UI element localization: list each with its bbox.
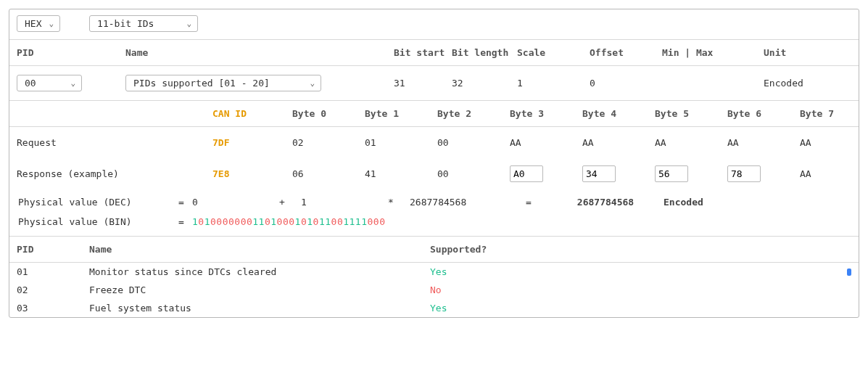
response-byte-2: 00 xyxy=(437,168,510,179)
physical-dec-result: 2687784568 xyxy=(547,197,664,208)
physical-bin-label: Physical value (BIN) xyxy=(18,216,170,227)
response-byte-5-input[interactable] xyxy=(655,165,688,182)
col-byte-1: Byte 1 xyxy=(365,108,437,119)
chevron-down-icon: ⌄ xyxy=(310,78,315,88)
physical-dec-raw: 2687784568 xyxy=(410,197,526,208)
bit-start-value: 31 xyxy=(394,78,452,89)
support-name: Monitor status since DTCs cleared xyxy=(89,266,430,277)
table-row: 01Monitor status since DTCs clearedYes xyxy=(9,263,859,281)
times-sign: * xyxy=(388,197,410,208)
supported-header: PID Name Supported? xyxy=(9,236,859,263)
col-bit-start: Bit start xyxy=(394,47,452,58)
support-status: Yes xyxy=(430,303,837,314)
col-byte-7: Byte 7 xyxy=(800,108,851,119)
response-row: Response (example) 7E8 06 41 00 AA xyxy=(9,158,859,192)
col-supported: Supported? xyxy=(430,244,837,255)
obd-decoder-panel: HEX ⌄ 11-bit IDs ⌄ PID Name Bit start Bi… xyxy=(9,9,859,318)
col-scale: Scale xyxy=(517,47,590,58)
support-name: Fuel system status xyxy=(89,303,430,314)
col-byte-6: Byte 6 xyxy=(727,108,800,119)
request-byte-2: 00 xyxy=(437,137,510,148)
col-min-max: Min | Max xyxy=(662,47,764,58)
offset-value: 0 xyxy=(590,78,662,89)
request-label: Request xyxy=(17,137,212,148)
request-can-id: 7DF xyxy=(212,137,292,148)
pid-select-value: 00 xyxy=(25,78,36,89)
physical-bin-bits: 10100000001101000101011001111000 xyxy=(192,216,386,227)
physical-dec-offset: 0 xyxy=(192,197,279,208)
request-byte-0: 02 xyxy=(292,137,365,148)
request-byte-4: AA xyxy=(582,137,655,148)
response-byte-0: 06 xyxy=(292,168,365,179)
response-byte-3-input[interactable] xyxy=(510,165,543,182)
request-byte-3: AA xyxy=(510,137,582,148)
support-status: No xyxy=(430,284,837,295)
col-offset: Offset xyxy=(590,47,662,58)
pid-select[interactable]: 00 ⌄ xyxy=(17,75,82,91)
col-name: Name xyxy=(89,244,430,255)
request-byte-7: AA xyxy=(800,137,851,148)
response-byte-1: 41 xyxy=(365,168,437,179)
physical-dec-label: Physical value (DEC) xyxy=(18,197,170,208)
col-byte-4: Byte 4 xyxy=(582,108,655,119)
col-unit: Unit xyxy=(764,47,851,58)
physical-dec-unit: Encoded xyxy=(664,197,703,208)
supported-list: 01Monitor status since DTCs clearedYes02… xyxy=(9,263,859,317)
format-select[interactable]: HEX ⌄ xyxy=(17,15,60,32)
scale-value: 1 xyxy=(517,78,590,89)
support-pid: 03 xyxy=(17,303,89,314)
chevron-down-icon: ⌄ xyxy=(186,19,191,28)
col-bit-length: Bit length xyxy=(452,47,517,58)
request-row: Request 7DF 02 01 00 AA AA AA AA AA xyxy=(9,127,859,158)
support-pid: 01 xyxy=(17,266,89,277)
support-pid: 02 xyxy=(17,284,89,295)
physical-bin-row: Physical value (BIN) = 10100000001101000… xyxy=(9,212,859,236)
response-label: Response (example) xyxy=(17,168,212,179)
support-name: Freeze DTC xyxy=(89,284,430,295)
col-pid: PID xyxy=(17,244,89,255)
request-byte-1: 01 xyxy=(365,137,437,148)
equals-sign: = xyxy=(170,216,192,227)
byte-columns-header: CAN ID Byte 0 Byte 1 Byte 2 Byte 3 Byte … xyxy=(9,101,859,127)
response-byte-4-input[interactable] xyxy=(582,165,616,182)
request-byte-6: AA xyxy=(727,137,800,148)
chevron-down-icon: ⌄ xyxy=(70,78,75,88)
col-byte-0: Byte 0 xyxy=(292,108,365,119)
top-controls: HEX ⌄ 11-bit IDs ⌄ xyxy=(9,9,859,39)
pid-name-value: PIDs supported [01 - 20] xyxy=(133,78,270,89)
support-status: Yes xyxy=(430,266,837,277)
equals-sign-2: = xyxy=(526,197,547,208)
equals-sign: = xyxy=(170,197,192,208)
id-width-value: 11-bit IDs xyxy=(97,18,154,29)
pid-value-row: 00 ⌄ PIDs supported [01 - 20] ⌄ 31 32 1 … xyxy=(9,66,859,101)
col-byte-2: Byte 2 xyxy=(437,108,510,119)
table-row: 03Fuel system statusYes xyxy=(9,299,859,317)
physical-dec-scale: 1 xyxy=(301,197,388,208)
pid-name-select[interactable]: PIDs supported [01 - 20] ⌄ xyxy=(125,75,321,91)
col-byte-3: Byte 3 xyxy=(510,108,582,119)
physical-dec-row: Physical value (DEC) = 0 + 1 * 268778456… xyxy=(9,192,859,212)
pid-columns-header: PID Name Bit start Bit length Scale Offs… xyxy=(9,39,859,66)
scrollbar-thumb[interactable] xyxy=(847,269,851,276)
unit-value: Encoded xyxy=(764,78,851,89)
bit-length-value: 32 xyxy=(452,78,517,89)
response-byte-7: AA xyxy=(800,168,851,179)
response-can-id: 7E8 xyxy=(212,168,292,179)
response-byte-6-input[interactable] xyxy=(727,165,761,182)
plus-sign: + xyxy=(279,197,301,208)
id-width-select[interactable]: 11-bit IDs ⌄ xyxy=(89,15,198,32)
chevron-down-icon: ⌄ xyxy=(49,19,54,28)
col-byte-5: Byte 5 xyxy=(655,108,727,119)
request-byte-5: AA xyxy=(655,137,727,148)
col-pid: PID xyxy=(17,47,125,58)
table-row: 02Freeze DTCNo xyxy=(9,281,859,299)
col-name: Name xyxy=(125,47,394,58)
col-can-id: CAN ID xyxy=(212,108,292,119)
format-select-value: HEX xyxy=(25,18,41,29)
